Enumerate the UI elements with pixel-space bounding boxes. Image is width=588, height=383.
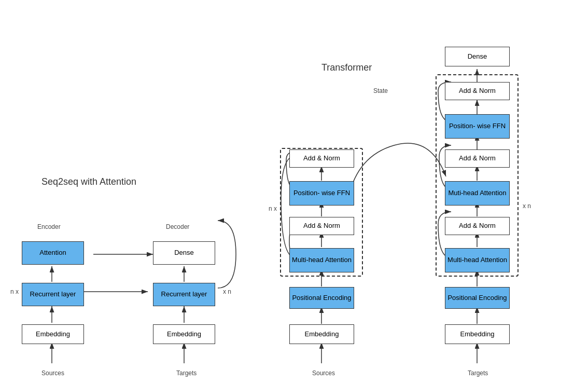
trans-dec-multihead1: Multi-head Attention (445, 248, 510, 272)
trans-dec-pos-encoding: Positional Encoding (445, 287, 510, 309)
trans-enc-pos-encoding: Positional Encoding (289, 287, 354, 309)
trans-dec-add-norm2: Add & Norm (445, 149, 510, 168)
nx-label-encoder: n x (10, 288, 19, 295)
enc-recurrent-box: Recurrent layer (22, 283, 84, 306)
encoder-label: Encoder (37, 223, 61, 230)
dec-dense-box: Dense (153, 241, 215, 265)
trans-dec-pos-ffn: Position- wise FFN (445, 114, 510, 139)
trans-dec-embedding: Embedding (445, 324, 510, 344)
decoder-dashed-box (436, 74, 519, 277)
trans-enc-multihead: Multi-head Attention (289, 248, 354, 272)
decoder-label: Decoder (166, 223, 189, 230)
xn-label-decoder: x n (223, 288, 231, 295)
targets-label2: Targets (468, 370, 488, 377)
trans-enc-add-norm2: Add & Norm (289, 149, 354, 168)
dec-recurrent-box: Recurrent layer (153, 283, 215, 306)
sources-label2: Sources (312, 370, 335, 377)
trans-enc-pos-ffn: Position- wise FFN (289, 181, 354, 206)
seq2seq-title: Seq2seq with Attention (41, 176, 136, 187)
trans-enc-embedding: Embedding (289, 324, 354, 344)
canvas: Seq2seq with Attention Encoder Decoder n… (0, 0, 588, 383)
trans-dec-add-norm1: Add & Norm (445, 217, 510, 235)
trans-dec-multihead2: Muti-head Attention (445, 181, 510, 206)
xn-transformer-dec: x n (523, 202, 531, 210)
trans-dec-add-norm3: Add & Norm (445, 82, 510, 100)
dec-embedding-box: Embedding (153, 324, 215, 344)
trans-dec-dense: Dense (445, 47, 510, 66)
transformer-title: Transformer (321, 62, 372, 73)
trans-enc-add-norm1: Add & Norm (289, 217, 354, 235)
enc-embedding-box: Embedding (22, 324, 84, 344)
targets-label1: Targets (176, 370, 197, 377)
nx-transformer-enc: n x (269, 205, 277, 212)
enc-attention-box: Attention (22, 241, 84, 265)
state-label: State (373, 87, 388, 94)
sources-label: Sources (41, 370, 64, 377)
